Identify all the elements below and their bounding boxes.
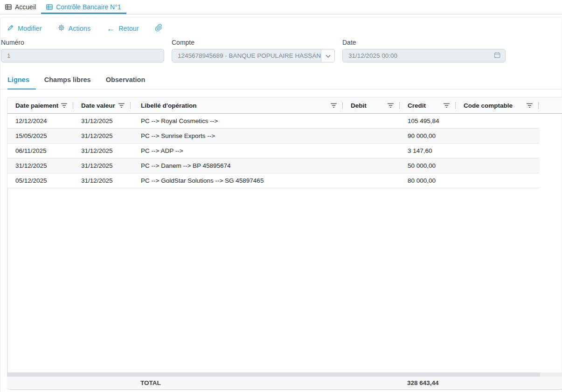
tab-accueil[interactable]: Accueil (0, 0, 41, 14)
actions-button-label: Actions (69, 25, 91, 32)
table-row[interactable]: 15/05/2025 31/12/2025 PC --> Sunrise Exp… (7, 129, 540, 144)
cell-credit: 105 495,84 (400, 117, 456, 124)
compte-value: 1245678945689 - BANQUE POPULAIRE HASSAN … (172, 52, 321, 59)
back-button[interactable]: ← Retour (106, 25, 139, 32)
scrollbar-corner (540, 372, 562, 377)
cell-date-valeur: 31/12/2025 (73, 117, 131, 124)
column-label: Date paiement (15, 102, 58, 109)
horizontal-scrollbar (7, 372, 562, 377)
numero-input[interactable]: 1 (1, 49, 164, 62)
date-input[interactable]: 31/12/2025 00:00 (342, 49, 506, 62)
column-label: Date valeur (81, 102, 115, 109)
attachment-button[interactable] (155, 24, 163, 33)
cell-credit: 80 000,00 (400, 177, 456, 184)
chevron-down-icon (326, 52, 331, 59)
tab-accueil-label: Accueil (15, 3, 36, 11)
cell-date-paiement: 06/11/2025 (7, 147, 73, 154)
column-header-debit[interactable]: Debit (343, 97, 400, 113)
column-label: Debit (351, 102, 367, 109)
actions-button[interactable]: Actions (58, 24, 91, 33)
column-header-credit[interactable]: Credit (400, 97, 456, 113)
date-value: 31/12/2025 00:00 (348, 52, 397, 59)
compte-field: Compte 1245678945689 - BANQUE POPULAIRE … (172, 39, 335, 62)
table-row[interactable]: 06/11/2025 31/12/2025 PC --> ADP --> 3 1… (7, 144, 540, 158)
tab-lignes[interactable]: Lignes (7, 71, 36, 89)
modify-button-label: Modifier (18, 25, 42, 32)
date-field: Date 31/12/2025 00:00 (342, 39, 506, 62)
lines-grid: Date paiement Date valeur Libellé d'opér… (7, 97, 562, 390)
filter-icon[interactable] (443, 103, 450, 108)
modify-button[interactable]: Modifier (7, 24, 42, 33)
filter-icon[interactable] (526, 103, 533, 108)
numero-field: Numéro 1 (1, 39, 164, 62)
table-row[interactable]: 31/12/2025 31/12/2025 PC --> Danem --> B… (7, 158, 540, 173)
column-header-libelle[interactable]: Libellé d'opération (131, 97, 343, 113)
pencil-icon (7, 24, 14, 33)
column-header-date-valeur[interactable]: Date valeur (73, 97, 131, 113)
left-arrow-icon: ← (106, 25, 115, 32)
cell-credit: 50 000,00 (400, 162, 456, 169)
filter-icon[interactable] (387, 103, 394, 108)
tab-champs-libres[interactable]: Champs libres (44, 71, 97, 89)
grid-footer: TOTAL 328 643,44 (7, 377, 562, 390)
header-filler (539, 97, 562, 113)
column-header-date-paiement[interactable]: Date paiement (7, 97, 73, 113)
grid-body: 12/12/2024 31/12/2025 PC --> Royal Cosme… (7, 114, 540, 372)
date-label: Date (342, 39, 506, 46)
cell-libelle: PC --> ADP --> (131, 147, 343, 154)
toolbar: Modifier Actions ← Retour (0, 17, 562, 38)
tab-controle-bancaire[interactable]: Contrôle Bancaire N°1 (41, 0, 126, 14)
grid-header: Date paiement Date valeur Libellé d'opér… (7, 97, 562, 114)
numero-label: Numéro (1, 39, 164, 46)
filter-icon[interactable] (330, 103, 337, 108)
column-header-code-comptable[interactable]: Code comptable (456, 97, 539, 113)
cell-date-valeur: 31/12/2025 (73, 177, 131, 184)
filter-icon[interactable] (61, 103, 68, 108)
grid-empty-area (7, 188, 540, 372)
cell-date-valeur: 31/12/2025 (73, 162, 131, 169)
cell-credit: 90 000,00 (400, 132, 456, 139)
table-row[interactable]: 05/12/2025 31/12/2025 PC --> GoldStar So… (7, 173, 540, 188)
column-label: Code comptable (464, 102, 513, 109)
table-row[interactable]: 12/12/2024 31/12/2025 PC --> Royal Cosme… (7, 114, 540, 129)
cell-libelle: PC --> Danem --> BP 45895674 (131, 162, 343, 169)
cell-date-paiement: 05/12/2025 (7, 177, 73, 184)
cell-libelle: PC --> Sunrise Exports --> (131, 132, 343, 139)
cell-date-paiement: 12/12/2024 (7, 117, 73, 124)
cell-date-paiement: 31/12/2025 (7, 162, 73, 169)
footer-credit-total: 328 643,44 (399, 379, 455, 386)
cell-date-valeur: 31/12/2025 (73, 132, 131, 139)
cell-date-paiement: 15/05/2025 (7, 132, 73, 139)
section-tabs: Lignes Champs libres Observation (0, 71, 562, 89)
gear-icon (58, 24, 65, 33)
compte-label: Compte (172, 39, 335, 46)
horizontal-scrollbar-track[interactable] (7, 372, 540, 377)
column-label: Libellé d'opération (141, 102, 196, 109)
compte-dropdown-toggle[interactable] (321, 49, 334, 62)
numero-value: 1 (7, 52, 11, 59)
content-panel: Modifier Actions ← Retour Numéro 1 Compt… (0, 17, 562, 392)
cell-libelle: PC --> GoldStar Solutions --> SG 4589746… (131, 177, 343, 184)
cell-date-valeur: 31/12/2025 (73, 147, 131, 154)
back-button-label: Retour (118, 25, 139, 32)
filter-icon[interactable] (118, 103, 125, 108)
calendar-icon[interactable] (494, 52, 500, 60)
tab-observation[interactable]: Observation (106, 71, 152, 89)
paperclip-icon (155, 24, 163, 33)
header-form: Numéro 1 Compte 1245678945689 - BANQUE P… (1, 39, 562, 62)
footer-total-label: TOTAL (130, 379, 342, 386)
window-tabbar: Accueil Contrôle Bancaire N°1 (0, 0, 562, 14)
cell-credit: 3 147,60 (400, 147, 456, 154)
column-label: Credit (408, 102, 426, 109)
table-icon (46, 4, 53, 10)
table-icon (5, 4, 12, 10)
compte-select[interactable]: 1245678945689 - BANQUE POPULAIRE HASSAN … (172, 49, 335, 62)
tab-controle-bancaire-label: Contrôle Bancaire N°1 (56, 3, 121, 11)
cell-libelle: PC --> Royal Cosmetics --> (131, 117, 343, 124)
